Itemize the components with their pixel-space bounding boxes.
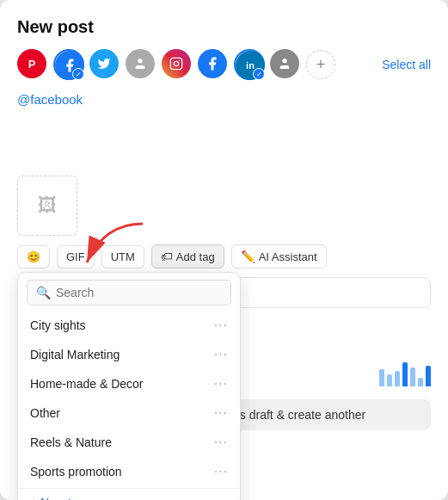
add-tag-label: Add tag [176,250,215,263]
avatar-pinterest[interactable]: P [17,49,48,80]
tag-item-label: Sports promotion [30,465,122,478]
tag-item-label: Digital Marketing [30,348,120,361]
image-icon: 🖼 [38,194,57,217]
tag-search-container[interactable]: 🔍 [27,280,231,306]
tag-item-dots-1[interactable]: ··· [214,347,228,362]
account-row: P ✓ [17,49,431,80]
bar-2 [395,371,400,386]
tag-dropdown: 🔍 City sights ··· Digital Marketing ··· … [17,272,241,500]
avatar-linkedin[interactable]: in ✓ [234,49,265,80]
media-placeholder[interactable]: 🖼 [17,176,77,236]
emoji-button[interactable]: 😊 [17,245,50,269]
new-tag-button[interactable]: + New tag [18,488,240,500]
tag-item-label: Reels & Nature [30,435,112,449]
svg-point-3 [179,60,180,61]
tag-item-dots-3[interactable]: ··· [214,405,228,421]
at-account-label: @facebook [17,92,431,107]
tag-item-dots-0[interactable]: ··· [214,318,228,333]
new-tag-label: + New tag [30,496,84,500]
ai-assistant-button[interactable]: ✏️ AI Assistant [231,244,327,269]
tag-item-label: Home-made & Decor [30,377,144,391]
bar-3 [402,362,408,386]
add-tag-button[interactable]: 🏷 Add tag [151,244,224,269]
page-title: New post [17,17,431,37]
utm-label: UTM [111,250,135,263]
bar-4 [410,367,415,386]
gif-label: GIF [66,250,85,263]
tag-item-label: City sights [30,318,86,332]
tag-item-city-sights[interactable]: City sights ··· [18,311,240,340]
add-account-button[interactable]: + [306,50,335,79]
avatar-instagram[interactable] [162,49,193,80]
svg-point-4 [282,59,286,63]
tag-item-sports-promotion[interactable]: Sports promotion ··· [18,457,240,486]
tag-item-dots-5[interactable]: ··· [214,464,228,479]
avatar-person2[interactable] [270,49,301,80]
avatar-facebook2[interactable] [198,49,229,80]
tag-icon: 🏷 [161,250,173,263]
chart-bars [379,361,431,386]
svg-rect-1 [170,58,181,69]
svg-point-2 [174,61,178,65]
ai-icon: ✏️ [241,250,255,263]
bar-6 [426,366,431,386]
tag-item-dots-4[interactable]: ··· [214,435,228,450]
ai-label: AI Assistant [259,250,317,263]
emoji-icon: 😊 [27,250,40,263]
tag-item-label: Other [30,406,60,420]
search-icon: 🔍 [36,286,51,299]
new-post-card: New post P ✓ [0,0,448,500]
utm-button[interactable]: UTM [101,245,144,269]
bar-1 [387,374,392,386]
avatar-person1[interactable] [126,49,156,80]
post-text-area [17,115,431,167]
select-all-button[interactable]: Select all [382,58,431,71]
tag-item-other[interactable]: Other ··· [18,398,240,428]
tag-item-reels-nature[interactable]: Reels & Nature ··· [18,428,240,457]
avatar-facebook1[interactable]: ✓ [53,49,84,80]
tag-item-dots-2[interactable]: ··· [214,376,228,392]
svg-point-0 [138,59,142,63]
tag-item-homemade-decor[interactable]: Home-made & Decor ··· [18,369,240,398]
bar-5 [418,378,423,386]
gif-button[interactable]: GIF [57,245,95,269]
tag-search-input[interactable] [56,286,222,299]
avatar-twitter[interactable] [89,49,120,80]
toolbar-row: 😊 GIF UTM 🏷 Add tag ✏️ AI Assistant [17,244,431,269]
tag-item-digital-marketing[interactable]: Digital Marketing ··· [18,340,240,369]
bar-0 [379,369,384,386]
